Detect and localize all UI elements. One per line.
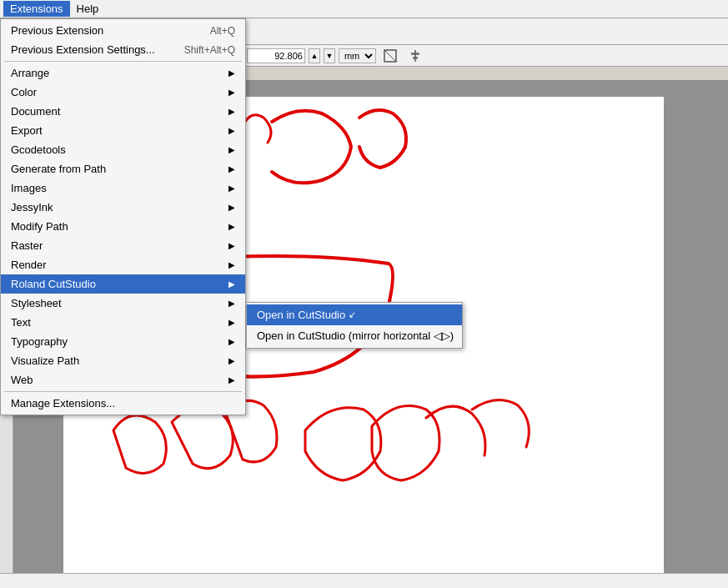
raster-arrow: ▶ [228,241,235,250]
modify-path-item[interactable]: Modify Path ▶ [1,217,245,236]
jessyink-item[interactable]: JessyInk ▶ [1,198,245,217]
color-item[interactable]: Color ▶ [1,83,245,102]
h-down-button[interactable]: ▼ [324,48,335,63]
web-item[interactable]: Web ▶ [1,370,245,389]
generate-from-path-item[interactable]: Generate from Path ▶ [1,159,245,178]
previous-extension-item[interactable]: Previous Extension Alt+Q [1,21,245,40]
roland-arrow: ▶ [228,279,235,289]
previous-extension-settings-item[interactable]: Previous Extension Settings... Shift+Alt… [1,40,245,59]
roland-cutstudio-item[interactable]: Roland CutStudio ▶ [1,274,245,294]
document-arrow: ▶ [228,107,235,116]
svg-rect-18 [413,57,418,59]
arrange-item[interactable]: Arrange ▶ [1,63,245,83]
cursor-arrow: ↙ [349,309,356,320]
export-item[interactable]: Export ▶ [1,121,245,140]
align-distribute-button[interactable] [404,45,426,67]
unit-select[interactable]: mm px cm in [339,48,376,63]
stylesheet-item[interactable]: Stylesheet ▶ [1,294,245,313]
web-arrow: ▶ [228,375,235,384]
transform-button[interactable] [379,45,401,67]
visualize-path-arrow: ▶ [228,356,235,365]
raster-item[interactable]: Raster ▶ [1,236,245,255]
images-arrow: ▶ [228,183,235,193]
svg-rect-17 [411,53,419,55]
extensions-dropdown: Previous Extension Alt+Q Previous Extens… [0,18,246,415]
h-input[interactable] [247,48,305,63]
extensions-menu-trigger[interactable]: Extensions [3,1,70,17]
svg-line-15 [384,50,396,62]
images-item[interactable]: Images ▶ [1,178,245,198]
gcodetools-item[interactable]: Gcodetools ▶ [1,140,245,159]
menubar: Extensions Help [0,0,728,18]
roland-submenu: Open in CutStudio ↙ Open in CutStudio (m… [246,302,463,349]
generate-arrow: ▶ [228,164,235,173]
text-item[interactable]: Text ▶ [1,313,245,332]
open-in-cutstudio-mirror-item[interactable]: Open in CutStudio (mirror horizontal ◁▷) [247,325,462,346]
modify-path-arrow: ▶ [228,222,235,231]
color-arrow: ▶ [228,88,235,97]
manage-extensions-item[interactable]: Manage Extensions... [1,394,245,413]
jessyink-arrow: ▶ [228,203,235,212]
gcodetools-arrow: ▶ [228,145,235,154]
typography-arrow: ▶ [228,337,235,346]
render-item[interactable]: Render ▶ [1,255,245,274]
export-arrow: ▶ [228,126,235,135]
stylesheet-arrow: ▶ [228,299,235,308]
visualize-path-item[interactable]: Visualize Path ▶ [1,351,245,370]
render-arrow: ▶ [228,260,235,269]
typography-item[interactable]: Typography ▶ [1,332,245,351]
extensions-menu: Previous Extension Alt+Q Previous Extens… [0,18,246,415]
menu-sep-1 [4,61,242,62]
text-arrow: ▶ [228,318,235,327]
open-in-cutstudio-item[interactable]: Open in CutStudio ↙ [247,304,462,325]
status-bar [0,573,728,588]
help-menu-trigger[interactable]: Help [70,1,106,17]
arrange-arrow: ▶ [228,68,235,78]
document-item[interactable]: Document ▶ [1,102,245,121]
h-up-button[interactable]: ▲ [309,48,320,63]
menu-sep-2 [4,391,242,392]
